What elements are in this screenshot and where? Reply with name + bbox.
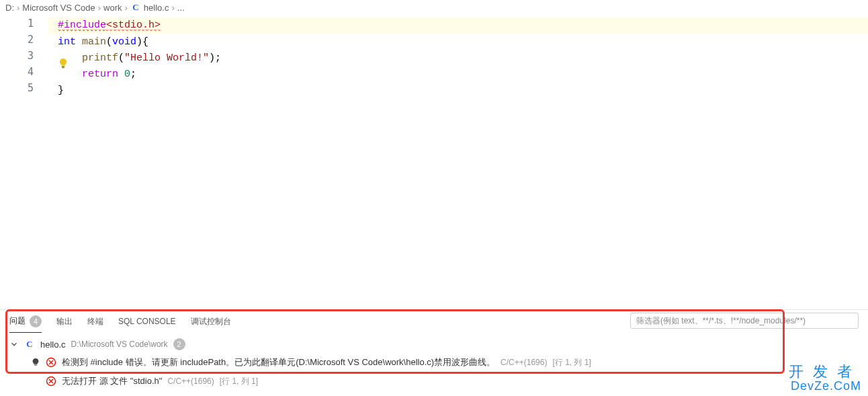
token-keyword: return bbox=[82, 69, 118, 80]
token-keyword: void bbox=[112, 36, 136, 48]
tab-output[interactable]: 输出 bbox=[56, 316, 73, 327]
c-file-icon: C bbox=[130, 2, 141, 13]
watermark: 开发者 DevZe.CoM bbox=[789, 362, 861, 393]
filter-placeholder: 筛选器(例如 text、**/*.ts、!**/node_modules/**) bbox=[636, 315, 806, 327]
breadcrumb-item[interactable]: D: bbox=[5, 3, 14, 13]
file-problems-count-badge: 2 bbox=[173, 338, 185, 350]
bottom-panel: 问题 4 输出 终端 SQL CONSOLE 调试控制台 筛选器(例如 text… bbox=[0, 309, 868, 396]
code-editor[interactable]: 1 2 3 4 5 #include<stdio.h> int main(voi… bbox=[0, 15, 868, 309]
token-punct: ( bbox=[118, 52, 124, 64]
breadcrumb-item[interactable]: C hello.c bbox=[130, 2, 169, 13]
token-number: 0 bbox=[124, 69, 130, 80]
line-number: 2 bbox=[0, 34, 48, 50]
code-line[interactable]: return 0; bbox=[58, 66, 868, 82]
problem-row[interactable]: 检测到 #include 错误。请更新 includePath。已为此翻译单元(… bbox=[9, 353, 861, 372]
line-number: 5 bbox=[0, 82, 48, 98]
svg-rect-2 bbox=[34, 365, 37, 366]
token-punct: ); bbox=[209, 52, 221, 64]
token-punct: ; bbox=[130, 69, 136, 80]
problems-file-path: D:\Microsoft VS Code\work bbox=[71, 340, 168, 349]
problem-message: 无法打开 源 文件 "stdio.h" bbox=[62, 375, 162, 387]
error-icon bbox=[46, 376, 56, 387]
breadcrumb-file-label: hello.c bbox=[144, 3, 169, 13]
token-punct: ){ bbox=[136, 36, 148, 48]
code-line[interactable]: printf("Hello World!"); bbox=[58, 50, 868, 66]
token-include-header: <stdio.h> bbox=[106, 19, 161, 32]
breadcrumb: D: › Microsoft VS Code › work › C hello.… bbox=[0, 0, 868, 15]
code-area[interactable]: #include<stdio.h> int main(void){ printf… bbox=[58, 15, 868, 98]
problem-message: 检测到 #include 错误。请更新 includePath。已为此翻译单元(… bbox=[62, 356, 495, 368]
problem-row[interactable]: 无法打开 源 文件 "stdio.h" C/C++(1696) [行 1, 列 … bbox=[9, 372, 861, 391]
token-preprocessor: #include bbox=[58, 19, 106, 32]
token-function: main bbox=[82, 36, 106, 48]
problems-file-row[interactable]: C hello.c D:\Microsoft VS Code\work 2 bbox=[9, 335, 861, 353]
code-line[interactable]: #include<stdio.h> bbox=[58, 17, 868, 34]
problem-source: C/C++(1696) bbox=[501, 358, 547, 367]
breadcrumb-item[interactable]: ... bbox=[177, 3, 185, 13]
token-string: "Hello World!" bbox=[124, 52, 209, 64]
problem-source: C/C++(1696) bbox=[167, 377, 214, 386]
lightbulb-icon[interactable] bbox=[58, 35, 69, 46]
line-number: 4 bbox=[0, 66, 48, 82]
line-number: 1 bbox=[0, 17, 48, 34]
problems-count-badge: 4 bbox=[30, 315, 42, 327]
tab-sql-console[interactable]: SQL CONSOLE bbox=[118, 317, 176, 326]
chevron-right-icon: › bbox=[171, 3, 174, 13]
code-line[interactable]: int main(void){ bbox=[58, 34, 868, 50]
panel-tab-bar: 问题 4 输出 终端 SQL CONSOLE 调试控制台 筛选器(例如 text… bbox=[0, 310, 868, 333]
line-number-gutter: 1 2 3 4 5 bbox=[0, 15, 48, 98]
chevron-down-icon[interactable] bbox=[9, 340, 19, 349]
c-file-icon: C bbox=[24, 339, 35, 350]
chevron-right-icon: › bbox=[125, 3, 128, 13]
code-line[interactable]: } bbox=[58, 82, 868, 98]
watermark-line2: DevZe.CoM bbox=[789, 379, 861, 393]
svg-rect-0 bbox=[62, 66, 65, 67]
problem-location: [行 1, 列 1] bbox=[552, 357, 591, 368]
lightbulb-icon[interactable] bbox=[31, 358, 40, 367]
problems-list: C hello.c D:\Microsoft VS Code\work 2 检测… bbox=[0, 333, 868, 391]
problem-location: [行 1, 列 1] bbox=[220, 376, 258, 387]
tab-problems[interactable]: 问题 4 bbox=[9, 310, 42, 333]
tab-debug-console[interactable]: 调试控制台 bbox=[191, 316, 231, 327]
breadcrumb-item[interactable]: Microsoft VS Code bbox=[22, 3, 95, 13]
tab-terminal[interactable]: 终端 bbox=[87, 316, 103, 327]
breadcrumb-item[interactable]: work bbox=[103, 3, 122, 13]
chevron-right-icon: › bbox=[98, 3, 101, 13]
space bbox=[118, 69, 124, 80]
problems-file-name: hello.c bbox=[40, 340, 66, 350]
token-punct: ( bbox=[106, 36, 112, 48]
tab-label: 问题 bbox=[9, 315, 26, 327]
error-icon bbox=[46, 357, 56, 368]
line-number: 3 bbox=[0, 50, 48, 66]
chevron-right-icon: › bbox=[17, 3, 19, 13]
svg-rect-1 bbox=[62, 67, 64, 68]
problems-filter-input[interactable]: 筛选器(例如 text、**/*.ts、!**/node_modules/**) bbox=[630, 313, 859, 329]
